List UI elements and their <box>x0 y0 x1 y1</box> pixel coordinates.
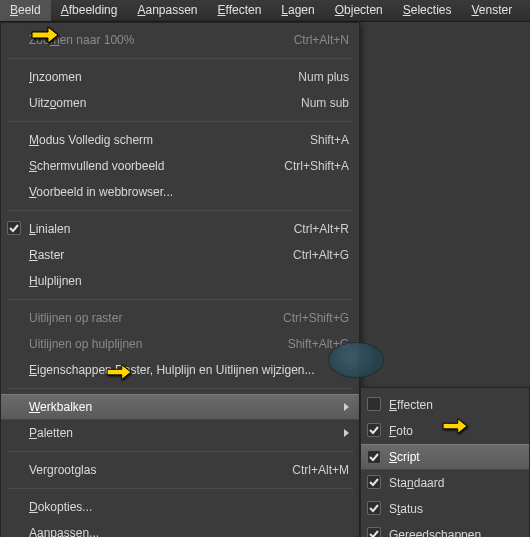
shortcut-label: Shift+Alt+G <box>288 337 349 351</box>
menu-item[interactable]: VergrootglasCtrl+Alt+M <box>1 457 359 483</box>
menu-item[interactable]: Schermvullend voorbeeldCtrl+Shift+A <box>1 153 359 179</box>
menu-item: Uitlijnen op rasterCtrl+Shift+G <box>1 305 359 331</box>
checkmark-icon <box>367 450 381 464</box>
menu-item[interactable]: Aanpassen... <box>1 520 359 537</box>
menu-beeld[interactable]: Beeld <box>0 0 51 21</box>
menu-item[interactable]: UitzoomenNum sub <box>1 90 359 116</box>
checkmark-icon <box>367 423 381 437</box>
menu-item-label: Schermvullend voorbeeld <box>29 159 270 173</box>
shortcut-label: Ctrl+Shift+G <box>283 311 349 325</box>
menu-item-werkbalken[interactable]: Werkbalken <box>1 394 359 420</box>
menu-item-label: Paletten <box>29 426 336 440</box>
shortcut-label: Shift+A <box>310 133 349 147</box>
separator <box>7 388 353 389</box>
menu-help[interactable]: Help <box>522 0 530 21</box>
menu-item-label: Werkbalken <box>29 400 336 414</box>
menu-item-label: Uitzoomen <box>29 96 287 110</box>
menu-item-label: Inzoomen <box>29 70 284 84</box>
menu-item-label: Hulplijnen <box>29 274 349 288</box>
menu-item-label: Uitlijnen op raster <box>29 311 269 325</box>
menu-selecties[interactable]: Selecties <box>393 0 462 21</box>
menu-item[interactable]: Dokopties... <box>1 494 359 520</box>
separator <box>7 121 353 122</box>
menu-item-label: Eigenschappen Raster, Hulplijn en Uitlij… <box>29 363 349 377</box>
shortcut-label: Ctrl+Alt+G <box>293 248 349 262</box>
menu-item-label: Dokopties... <box>29 500 349 514</box>
submenu-item-label: Status <box>389 502 519 516</box>
submenu-arrow-icon <box>344 403 349 411</box>
menu-item[interactable]: Modus Volledig schermShift+A <box>1 127 359 153</box>
menu-item[interactable]: Eigenschappen Raster, Hulplijn en Uitlij… <box>1 357 359 383</box>
separator <box>7 210 353 211</box>
submenu-item[interactable]: Foto <box>361 418 529 444</box>
menu-item[interactable]: Hulplijnen <box>1 268 359 294</box>
submenu-item[interactable]: Status <box>361 496 529 522</box>
werkbalken-submenu: EffectenFotoScriptStandaardStatusGereeds… <box>360 387 530 537</box>
shortcut-label: Ctrl+Alt+N <box>294 33 349 47</box>
submenu-item-label: Effecten <box>389 398 519 412</box>
checkmark-icon <box>367 397 381 411</box>
menu-aanpassen[interactable]: Aanpassen <box>127 0 207 21</box>
menu-item[interactable]: LinialenCtrl+Alt+R <box>1 216 359 242</box>
submenu-item-label: Standaard <box>389 476 519 490</box>
checkmark-icon <box>367 501 381 515</box>
shortcut-label: Num plus <box>298 70 349 84</box>
menu-item: Zoomen naar 100%Ctrl+Alt+N <box>1 27 359 53</box>
submenu-item-label: Gereedschappen <box>389 528 519 537</box>
menu-item-label: Uitlijnen op hulplijnen <box>29 337 274 351</box>
menu-item-label: Modus Volledig scherm <box>29 133 296 147</box>
separator <box>7 299 353 300</box>
submenu-item-label: Foto <box>389 424 519 438</box>
submenu-item-label: Script <box>389 450 519 464</box>
menu-item[interactable]: Paletten <box>1 420 359 446</box>
menubar: BeeldAfbeeldingAanpassenEffectenLagenObj… <box>0 0 530 22</box>
submenu-arrow-icon <box>344 429 349 437</box>
shortcut-label: Num sub <box>301 96 349 110</box>
separator <box>7 58 353 59</box>
menu-objecten[interactable]: Objecten <box>325 0 393 21</box>
menu-effecten[interactable]: Effecten <box>208 0 272 21</box>
menu-item[interactable]: RasterCtrl+Alt+G <box>1 242 359 268</box>
menu-item: Uitlijnen op hulplijnenShift+Alt+G <box>1 331 359 357</box>
menu-venster[interactable]: Venster <box>461 0 522 21</box>
menu-item-label: Vergrootglas <box>29 463 278 477</box>
menu-item[interactable]: Voorbeeld in webbrowser... <box>1 179 359 205</box>
submenu-item[interactable]: Effecten <box>361 392 529 418</box>
menu-lagen[interactable]: Lagen <box>271 0 324 21</box>
checkmark-icon <box>367 527 381 537</box>
separator <box>7 451 353 452</box>
separator <box>7 488 353 489</box>
shortcut-label: Ctrl+Shift+A <box>284 159 349 173</box>
menu-item-label: Linialen <box>29 222 280 236</box>
checkmark-icon <box>7 221 21 235</box>
menu-item-label: Aanpassen... <box>29 526 349 537</box>
checkmark-icon <box>367 475 381 489</box>
menu-item[interactable]: InzoomenNum plus <box>1 64 359 90</box>
menu-afbeelding[interactable]: Afbeelding <box>51 0 128 21</box>
submenu-item[interactable]: Gereedschappen <box>361 522 529 537</box>
menu-item-label: Raster <box>29 248 279 262</box>
shortcut-label: Ctrl+Alt+M <box>292 463 349 477</box>
submenu-item[interactable]: Standaard <box>361 470 529 496</box>
shortcut-label: Ctrl+Alt+R <box>294 222 349 236</box>
menu-item-label: Voorbeeld in webbrowser... <box>29 185 349 199</box>
menu-item-label: Zoomen naar 100% <box>29 33 280 47</box>
beeld-menu: Zoomen naar 100%Ctrl+Alt+NInzoomenNum pl… <box>0 22 360 537</box>
submenu-item-script[interactable]: Script <box>361 444 529 470</box>
